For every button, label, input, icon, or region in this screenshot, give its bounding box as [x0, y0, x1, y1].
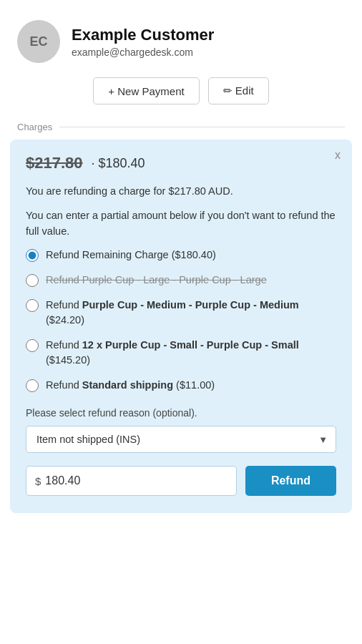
radio-option-remaining[interactable]: Refund Remaining Charge ($180.40)	[26, 248, 336, 263]
refund-card: $217.80 · $180.40 x You are refunding a …	[10, 140, 352, 513]
radio-label-remaining: Refund Remaining Charge ($180.40)	[46, 248, 216, 263]
refund-action: $ Refund	[26, 466, 336, 496]
close-button[interactable]: x	[335, 150, 341, 161]
customer-name: Example Customer	[72, 26, 214, 44]
original-amount: $217.80	[26, 154, 83, 172]
action-buttons: + New Payment ✏ Edit	[0, 77, 362, 122]
info-text-1: You are refunding a charge for $217.80 A…	[26, 184, 336, 200]
amount-input[interactable]	[45, 467, 228, 494]
charges-label: Charges	[17, 122, 52, 132]
customer-header: EC Example Customer example@chargedesk.c…	[0, 0, 362, 77]
info-text-2: You can enter a partial amount below if …	[26, 208, 336, 240]
customer-email: example@chargedesk.com	[72, 47, 214, 58]
radio-label-large: Refund Purple Cup - Large - Purple Cup -…	[46, 273, 267, 288]
new-payment-button[interactable]: + New Payment	[93, 77, 199, 104]
refund-display-amount: · $180.40	[92, 156, 145, 171]
radio-option-large[interactable]: Refund Purple Cup - Large - Purple Cup -…	[26, 273, 336, 288]
edit-button[interactable]: ✏ Edit	[208, 77, 269, 104]
charges-section-label: Charges	[0, 122, 362, 140]
radio-group: Refund Remaining Charge ($180.40) Refund…	[26, 248, 336, 393]
radio-label-small: Refund 12 x Purple Cup - Small - Purple …	[46, 338, 336, 368]
card-header: $217.80 · $180.40 x	[26, 154, 336, 172]
reason-select[interactable]: Item not shipped (INS) Duplicate (DUP) F…	[26, 426, 336, 453]
reason-label: Please select refund reason (optional).	[26, 407, 336, 419]
radio-option-shipping[interactable]: Refund Standard shipping ($11.00)	[26, 378, 336, 393]
amount-input-wrapper: $	[26, 466, 237, 496]
radio-medium[interactable]	[26, 299, 39, 312]
section-divider	[59, 127, 345, 127]
avatar: EC	[17, 20, 60, 63]
radio-remaining[interactable]	[26, 249, 39, 262]
radio-label-shipping: Refund Standard shipping ($11.00)	[46, 378, 215, 393]
customer-info: Example Customer example@chargedesk.com	[72, 26, 214, 58]
currency-symbol: $	[35, 475, 41, 487]
radio-label-medium: Refund Purple Cup - Medium - Purple Cup …	[46, 298, 336, 328]
refund-button[interactable]: Refund	[245, 466, 336, 496]
radio-small[interactable]	[26, 339, 39, 352]
reason-select-wrapper: Item not shipped (INS) Duplicate (DUP) F…	[26, 426, 336, 453]
radio-option-medium[interactable]: Refund Purple Cup - Medium - Purple Cup …	[26, 298, 336, 328]
radio-large[interactable]	[26, 274, 39, 287]
radio-option-small[interactable]: Refund 12 x Purple Cup - Small - Purple …	[26, 338, 336, 368]
radio-shipping[interactable]	[26, 379, 39, 392]
